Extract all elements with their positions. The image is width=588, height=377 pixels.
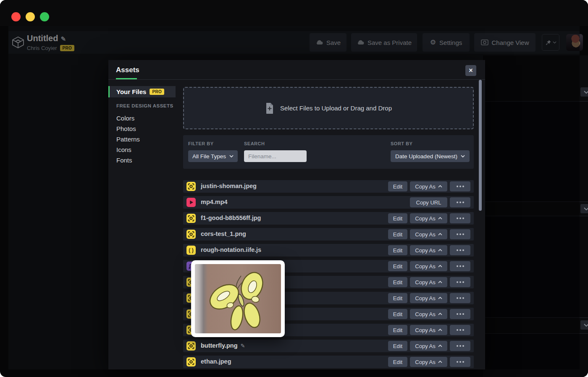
more-options-button[interactable] [450, 245, 470, 255]
file-row[interactable]: f1-good-b8b556ff.jpgEditCopy As [183, 212, 474, 225]
js-file-icon: ( ) [186, 246, 196, 255]
chevron-down-icon [584, 207, 588, 210]
modal-scrollbar-thumb[interactable] [479, 80, 482, 211]
file-name: f1-good-b8b556ff.jpg [201, 215, 261, 221]
more-options-button[interactable] [450, 309, 470, 319]
edit-button[interactable]: Edit [388, 325, 407, 335]
copy-as-button[interactable]: Copy As [410, 213, 447, 223]
viewfinder-icon [187, 342, 195, 350]
sidebar-item-colors[interactable]: Colors [116, 115, 171, 123]
video-file-icon [186, 198, 196, 207]
copy-as-button[interactable]: Copy As [410, 325, 447, 335]
edit-button[interactable]: Edit [388, 181, 407, 191]
edit-button[interactable]: Edit [388, 309, 407, 319]
image-file-icon [186, 214, 196, 223]
more-options-button[interactable] [450, 293, 470, 303]
edit-button[interactable]: Edit [388, 261, 407, 271]
copy-as-button[interactable]: Copy As [410, 245, 447, 255]
filter-panel: FILTER BY All File Types SEARCH SORT BY … [183, 135, 474, 169]
image-preview-popover [191, 260, 285, 337]
chevron-up-icon [438, 281, 442, 283]
copy-as-button[interactable]: Copy As [410, 341, 447, 351]
copy-as-button[interactable]: Copy As [410, 293, 447, 303]
more-options-button[interactable] [450, 277, 470, 287]
edit-button[interactable]: Edit [388, 341, 407, 351]
zoom-window-button[interactable] [40, 12, 49, 21]
edit-button[interactable]: Edit [388, 277, 407, 287]
file-name: cors-test_1.png [201, 230, 246, 237]
chevron-up-icon [438, 329, 442, 331]
image-file-icon [186, 230, 196, 239]
more-options-button[interactable] [450, 197, 470, 207]
butterfly-preview-image [195, 264, 281, 333]
more-options-button[interactable] [450, 357, 470, 367]
close-window-button[interactable] [11, 12, 21, 21]
copy-as-button[interactable]: Copy As [410, 357, 447, 367]
upload-dropzone[interactable]: Select Files to Upload or Drag and Drop [183, 87, 474, 129]
file-row[interactable]: butterfly.png✎EditCopy As [183, 340, 474, 352]
copy-url-button[interactable]: Copy URL [410, 197, 447, 207]
filter-by-label: FILTER BY [188, 141, 214, 146]
chevron-up-icon [438, 217, 442, 220]
expand-panel-button[interactable] [580, 87, 588, 97]
edit-button[interactable]: Edit [388, 245, 407, 255]
expand-panel-button[interactable] [580, 204, 588, 213]
play-icon [187, 198, 195, 207]
sidebar-item-photos[interactable]: Photos [116, 125, 171, 134]
modal-title: Assets [116, 66, 139, 74]
app-window: Untitled✎ Chris Coyier PRO Save Save as … [0, 0, 588, 377]
minimize-window-button[interactable] [26, 12, 35, 21]
viewfinder-icon [187, 230, 195, 238]
edit-button[interactable]: Edit [388, 357, 407, 367]
file-row[interactable]: ethan.jpegEditCopy As [183, 356, 474, 368]
edit-button[interactable]: Edit [388, 293, 407, 303]
dropzone-label: Select Files to Upload or Drag and Drop [280, 105, 392, 112]
sidebar-item-your-files[interactable]: Your Files PRO [108, 86, 176, 97]
file-row[interactable]: ( )rough-notation.iife.jsEditCopy As [183, 244, 474, 257]
chevron-up-icon [438, 185, 442, 188]
expand-panel-button[interactable] [580, 320, 588, 330]
free-design-assets-heading: FREE DESIGN ASSETS [116, 103, 173, 108]
parentheses-icon: ( ) [189, 248, 193, 253]
more-options-button[interactable] [450, 229, 470, 239]
more-options-button[interactable] [450, 181, 470, 191]
chevron-up-icon [438, 297, 442, 299]
chevron-up-icon [438, 265, 442, 267]
viewfinder-icon [187, 358, 195, 366]
rename-file-icon[interactable]: ✎ [241, 343, 245, 349]
image-file-icon [186, 357, 196, 367]
viewfinder-icon [187, 182, 195, 191]
chevron-down-icon [584, 324, 588, 327]
more-options-button[interactable] [450, 261, 470, 271]
chevron-down-icon [229, 155, 234, 157]
sidebar-item-patterns[interactable]: Patterns [116, 136, 171, 144]
sort-dropdown[interactable]: Date Uploaded (Newest) [391, 150, 470, 162]
chevron-up-icon [438, 249, 442, 251]
file-row[interactable]: justin-shoman.jpegEditCopy As [183, 180, 474, 193]
close-modal-button[interactable]: × [465, 65, 476, 76]
chevron-down-icon [461, 155, 465, 157]
copy-as-button[interactable]: Copy As [410, 229, 447, 239]
file-name: justin-shoman.jpeg [201, 183, 257, 189]
assets-modal: Assets × Your Files PRO FREE DESIGN ASSE… [108, 60, 485, 369]
chevron-down-icon [584, 91, 588, 94]
copy-as-button[interactable]: Copy As [410, 277, 447, 287]
copy-as-button[interactable]: Copy As [410, 181, 447, 191]
file-name: rough-notation.iife.js [201, 246, 261, 253]
image-file-icon [186, 341, 196, 351]
file-row[interactable]: cors-test_1.pngEditCopy As [183, 228, 474, 241]
sidebar-item-fonts[interactable]: Fonts [116, 157, 171, 165]
more-options-button[interactable] [450, 213, 470, 223]
filename-search-input[interactable] [244, 150, 307, 162]
copy-as-button[interactable]: Copy As [410, 261, 447, 271]
file-row[interactable]: mp4.mp4Copy URL [183, 196, 474, 209]
sidebar-item-icons[interactable]: Icons [116, 146, 171, 154]
more-options-button[interactable] [450, 341, 470, 351]
edit-button[interactable]: Edit [388, 229, 407, 239]
copy-as-button[interactable]: Copy As [410, 309, 447, 319]
chevron-up-icon [438, 345, 442, 347]
edit-button[interactable]: Edit [388, 213, 407, 223]
more-options-button[interactable] [450, 325, 470, 335]
modal-header-divider [108, 79, 485, 80]
file-type-filter-dropdown[interactable]: All File Types [188, 150, 238, 162]
